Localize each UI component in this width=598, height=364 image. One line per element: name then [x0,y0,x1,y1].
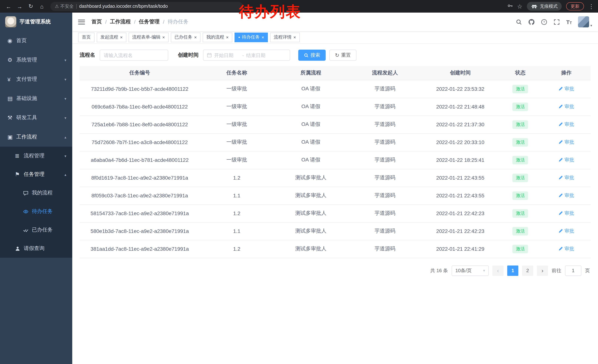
status-badge: 激活 [513,85,528,93]
search-button[interactable]: 搜索 [298,50,326,61]
close-icon[interactable]: × [293,35,296,40]
edit-icon [558,193,563,198]
tab-home[interactable]: 首页 [78,32,94,42]
table-row: 8f059c03-7ac8-11ec-a9e2-a2380e71991a 1.1… [80,187,590,204]
tab-todo-tasks[interactable]: ● 待办任务 × [234,32,268,42]
help-icon[interactable]: ? [541,19,547,25]
sidebar-item-home[interactable]: ◉ 首页 [0,31,72,50]
approve-button[interactable]: 审批 [558,192,574,199]
edit-icon [558,105,563,109]
browser-reload-icon[interactable]: ↻ [26,1,36,11]
approve-button[interactable]: 审批 [558,228,574,235]
col-task-id: 任务编号 [80,66,200,80]
pagination: 共 16 条 10条/页 ▾ ‹ 1 2 › 前往 页 [72,265,598,276]
approve-button[interactable]: 审批 [558,210,574,217]
col-create-time: 创建时间 [422,66,499,80]
tab-form-edit[interactable]: 流程表单-编辑 × [129,32,169,42]
date-range-picker[interactable]: - [203,50,290,61]
breadcrumb-home[interactable]: 首页 [91,18,102,25]
tab-start-process[interactable]: 发起流程 × [97,32,126,42]
user-menu[interactable]: ▾ [578,16,592,27]
font-size-icon[interactable]: TT [566,19,572,25]
approve-button[interactable]: 审批 [558,245,574,252]
status-badge: 激活 [513,102,528,111]
search-icon [304,53,309,57]
sidebar-item-process-management[interactable]: ≣ 流程管理 ▾ [0,147,72,165]
prev-page-button[interactable]: ‹ [492,265,504,276]
security-indicator[interactable]: ⚠ 不安全 [55,3,74,9]
next-page-button[interactable]: › [537,265,548,276]
sidebar-item-system[interactable]: ⚙ 系统管理 ▾ [0,50,72,70]
tab-my-process[interactable]: 我的流程 × [203,32,232,42]
table-header-row: 任务编号 任务名称 所属流程 流程发起人 创建时间 状态 操作 [80,66,590,80]
top-navbar: 首页 / 工作流程 / 任务管理 / 待办任务 [72,13,598,31]
close-icon[interactable]: × [226,35,229,40]
table-row: 725a1eb6-7b88-11ec-8ef0-acde48001122 一级审… [80,115,590,133]
search-icon[interactable] [516,19,522,25]
start-date-input[interactable] [214,52,240,58]
end-date-input[interactable] [246,52,272,58]
browser-forward-icon[interactable]: → [15,1,25,11]
tab-process-detail[interactable]: 流程详情 × [270,32,300,42]
breadcrumb-current: 待办任务 [168,18,188,25]
page-button-1[interactable]: 1 [507,265,518,276]
process-name-label: 流程名 [80,52,95,58]
table-row: 73211d9d-7b9b-11ec-b5b7-acde48001122 一级审… [80,80,590,98]
browser-home-icon[interactable]: ⌂ [37,1,47,11]
github-icon[interactable] [528,19,535,25]
sidebar-item-workflow[interactable]: ▣ 工作流程 ▴ [0,127,72,147]
filter-bar: 流程名 创建时间 - 搜索 ↻ 重置 [72,50,598,61]
reset-button[interactable]: ↻ 重置 [329,50,356,61]
edit-icon [558,176,563,180]
bookmark-star-icon[interactable]: ☆ [517,3,523,10]
sidebar-item-my-process[interactable]: 我的流程 [0,184,72,202]
sidebar-item-payment[interactable]: ¥ 支付管理 ▾ [0,70,72,89]
table-row: 8f0d1619-7ac8-11ec-a9e2-a2380e71991a 1.2… [80,169,590,187]
page-size-select[interactable]: 10条/页 ▾ [452,265,489,276]
chevron-down-icon: ▾ [65,154,66,158]
sidebar-item-task-management[interactable]: ⚑ 任务管理 ▴ [0,165,72,184]
breadcrumb: 首页 / 工作流程 / 任务管理 / 待办任务 [91,18,188,25]
breadcrumb-workflow[interactable]: 工作流程 [110,18,131,25]
approve-button[interactable]: 审批 [558,121,574,128]
address-bar[interactable]: ⚠ 不安全 dashboard.yudao.iocoder.cn/bpm/tas… [50,2,243,11]
approve-button[interactable]: 审批 [558,157,574,163]
approve-button[interactable]: 审批 [558,86,574,92]
tab-done-tasks[interactable]: 已办任务 × [171,32,200,42]
sidebar-item-todo-tasks[interactable]: 待办任务 [0,202,72,221]
page-button-2[interactable]: 2 [522,265,533,276]
app-title: 芋道管理系统 [20,18,51,25]
approve-button[interactable]: 审批 [558,174,574,181]
sidebar-item-done-tasks[interactable]: 已办任务 [0,221,72,239]
approve-button[interactable]: 审批 [558,103,574,110]
table-row: a6aba0a4-7b6d-11ec-b781-acde48001122 一级审… [80,151,590,169]
create-time-label: 创建时间 [178,52,199,58]
fullscreen-icon[interactable] [554,19,560,25]
status-badge: 激活 [513,245,528,253]
browser-back-icon[interactable]: ← [4,1,13,11]
process-name-input[interactable] [100,50,168,61]
sidebar-item-leave-query[interactable]: 请假查询 [0,239,72,258]
approve-button[interactable]: 审批 [558,139,574,146]
close-icon[interactable]: × [120,35,123,40]
status-badge: 激活 [513,173,528,182]
goto-page-input[interactable] [565,265,581,276]
sidebar: 芋道管理系统 ◉ 首页 ⚙ 系统管理 ▾ ¥ 支付管理 ▾ ▤ 基础设施 ▾ ⚒… [0,13,72,364]
close-icon[interactable]: × [262,35,264,40]
edit-icon [558,87,563,91]
col-task-name: 任务名称 [200,66,274,80]
sidebar-item-infrastructure[interactable]: ▤ 基础设施 ▾ [0,89,72,108]
sidebar-item-devtools[interactable]: ⚒ 研发工具 ▾ [0,108,72,127]
chevron-up-icon: ▴ [65,172,66,177]
breadcrumb-task-management[interactable]: 任务管理 [139,18,160,25]
key-icon[interactable] [507,3,513,10]
sidebar-toggle-icon[interactable] [78,18,85,25]
tabs-bar: 首页 发起流程 × 流程表单-编辑 × 已办任务 × 我的流程 × ● 待办任务… [72,31,598,44]
app-logo: 芋道管理系统 [0,13,72,31]
update-button[interactable]: 更新 [566,2,584,10]
browser-menu-icon[interactable]: ⋮ [588,3,594,10]
close-icon[interactable]: × [194,35,197,40]
navbar-actions: ? TT ▾ [516,16,592,27]
chevron-down-icon: ▾ [590,24,592,27]
close-icon[interactable]: × [162,35,165,40]
